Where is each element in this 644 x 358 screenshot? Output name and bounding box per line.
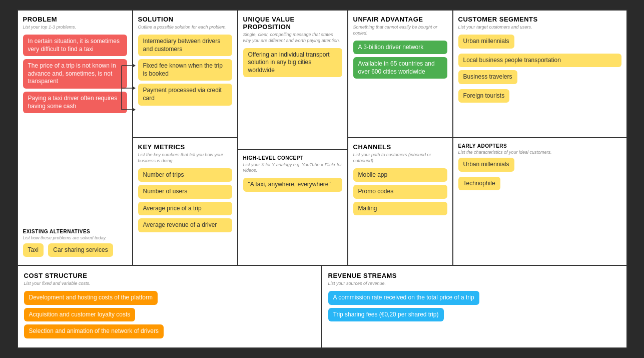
channels-title: Channels: [353, 143, 447, 151]
key-metrics-subtitle: List the key numbers that tell you how y…: [138, 152, 232, 164]
problem-title: Problem: [23, 16, 127, 23]
svg-marker-1: [133, 64, 136, 67]
existing-sub: List how these problems are solved today…: [23, 235, 127, 240]
uvp-title: Unique Value Proposition: [243, 16, 342, 31]
unfair-subtitle: Something that cannot easily be bought o…: [353, 25, 447, 36]
uvp-section: Unique Value Proposition Single, clear, …: [238, 11, 348, 265]
hlc-title: High-Level Concept: [243, 155, 342, 161]
customer-top: Customer Segments List your target custo…: [453, 11, 626, 138]
existing-tag-1: Taxi: [23, 243, 44, 257]
key-metrics-tag-3: Average price of a trip: [138, 202, 232, 216]
cost-structure-section: Cost Structure List your fixed and varia…: [18, 266, 322, 347]
unfair-tag-1: A 3-billion driver network: [353, 41, 447, 55]
solution-subtitle: Outline a possible solution for each pro…: [138, 25, 232, 31]
problem-tag-3: Paying a taxi driver often requires havi…: [23, 92, 127, 116]
solution-tag-1: Intermediary between drivers and custome…: [138, 35, 232, 56]
key-metrics-tag-4: Average revenue of a driver: [138, 218, 232, 232]
uvp-subtitle: Single, clear, compelling message that s…: [243, 32, 342, 44]
problem-section: Problem List your top 1-3 problems. In c…: [18, 11, 133, 265]
hlc-tag: "A taxi, anywhere, everywhere": [243, 178, 342, 192]
unfair-title: Unfair Advantage: [353, 16, 447, 23]
solution-top: Solution Outline a possible solution for…: [133, 11, 237, 138]
problem-tag-1: In certain situation, it is sometimes ve…: [23, 35, 127, 59]
customer-tag-4: Foreign tourists: [458, 89, 510, 103]
early-adopters-label: Early Adopters: [458, 143, 621, 149]
revenue-tag-1: A commission rate received on the total …: [328, 291, 479, 305]
solution-arrows: [119, 56, 137, 121]
revenue-streams-section: Revenue Streams List your sources of rev…: [322, 266, 626, 347]
uvp-top: Unique Value Proposition Single, clear, …: [238, 11, 347, 150]
customer-tag-1: Urban millennials: [458, 35, 514, 49]
svg-marker-5: [133, 108, 136, 111]
early-adopters-sub: List the characteristics of your ideal c…: [458, 150, 621, 155]
key-metrics-title: Key Metrics: [138, 143, 232, 151]
channels-tag-3: Mailing: [353, 202, 447, 216]
key-metrics-section: Key Metrics List the key numbers that te…: [133, 138, 237, 265]
cost-tag-3: Selection and animation of the network o…: [24, 324, 164, 338]
existing-alternatives-section: Existing Alternatives List how these pro…: [23, 229, 127, 260]
solution-section: Solution Outline a possible solution for…: [133, 11, 238, 265]
channels-tag-2: Promo codes: [353, 185, 447, 199]
high-level-concept-section: High-Level Concept List your X for Y ana…: [238, 150, 347, 265]
problem-tag-2: The price of a trip is not known in adva…: [23, 59, 127, 92]
solution-tag-3: Payment processed via credit card: [138, 84, 232, 105]
bottom-section: Cost Structure List your fixed and varia…: [18, 266, 626, 347]
unfair-tag-2: Available in 65 countries and over 600 c…: [353, 57, 447, 79]
uvp-main-tag: Offering an individual transport solutio…: [243, 48, 342, 78]
channels-tag-1: Mobile app: [353, 168, 447, 182]
early-tag-2: Technophile: [458, 177, 500, 191]
customer-segments-section: Customer Segments List your target custo…: [453, 11, 626, 265]
cost-tag-1: Development and hosting costs of the pla…: [24, 291, 158, 305]
lean-canvas: Problem List your top 1-3 problems. In c…: [17, 10, 627, 348]
problem-tag-text-2: The price of a trip is not known in adva…: [23, 59, 127, 89]
revenue-subtitle: List your sources of revenue.: [328, 281, 620, 287]
early-adopters-section: Early Adopters List the characteristics …: [453, 138, 626, 265]
existing-label: Existing Alternatives: [23, 229, 127, 234]
early-tag-1: Urban millennials: [458, 158, 514, 172]
solution-tag-2: Fixed fee known when the trip is booked: [138, 59, 232, 81]
unfair-advantage-section: Unfair Advantage Something that cannot e…: [348, 11, 453, 265]
cost-tag-2: Acquisition and customer loyalty costs: [24, 308, 136, 322]
svg-marker-3: [133, 87, 136, 90]
unfair-top: Unfair Advantage Something that cannot e…: [348, 11, 452, 138]
existing-tag-2: Car sharing services: [48, 243, 113, 257]
cost-subtitle: List your fixed and variable costs.: [24, 281, 315, 287]
customer-subtitle: List your target customers and users.: [458, 25, 621, 31]
channels-subtitle: List your path to customers (inbound or …: [353, 152, 447, 164]
customer-tag-2: Local business people transportation: [458, 54, 621, 68]
customer-tag-3: Business travelers: [458, 70, 517, 84]
problem-subtitle: List your top 1-3 problems.: [23, 25, 127, 31]
problem-tag-text-3: Paying a taxi driver often requires havi…: [23, 92, 127, 113]
customer-title: Customer Segments: [458, 16, 621, 23]
cost-title: Cost Structure: [24, 272, 315, 279]
key-metrics-tag-1: Number of trips: [138, 168, 232, 182]
revenue-title: Revenue Streams: [328, 272, 620, 279]
problem-tag-text-1: In certain situation, it is sometimes ve…: [23, 35, 127, 56]
channels-section: Channels List your path to customers (in…: [348, 138, 452, 265]
hlc-subtitle: List your X for Y analogy e.g. YouTube =…: [243, 162, 342, 174]
revenue-tag-2: Trip sharing fees (€0,20 per shared trip…: [328, 308, 444, 322]
key-metrics-tag-2: Number of users: [138, 185, 232, 199]
solution-title: Solution: [138, 16, 232, 23]
